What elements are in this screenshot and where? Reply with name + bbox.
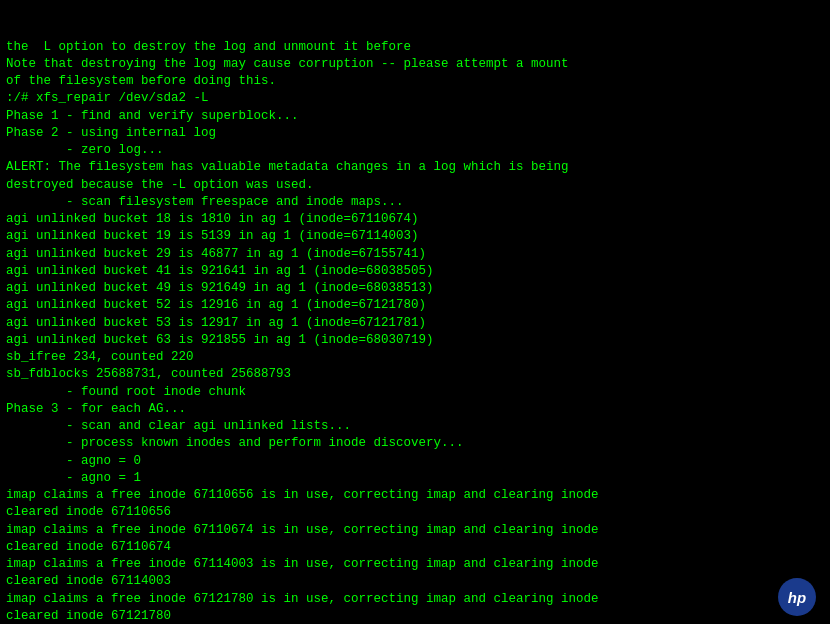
terminal-line: destroyed because the -L option was used… xyxy=(6,177,824,194)
terminal-line: the L option to destroy the log and unmo… xyxy=(6,39,824,56)
terminal-line: imap claims a free inode 67110674 is in … xyxy=(6,522,824,539)
terminal-line: imap claims a free inode 67110656 is in … xyxy=(6,487,824,504)
terminal-line: - zero log... xyxy=(6,142,824,159)
terminal-line: :/# xfs_repair /dev/sda2 -L xyxy=(6,90,824,107)
terminal-output: the L option to destroy the log and unmo… xyxy=(6,4,824,624)
terminal-line: agi unlinked bucket 41 is 921641 in ag 1… xyxy=(6,263,824,280)
terminal-line: imap claims a free inode 67114003 is in … xyxy=(6,556,824,573)
terminal-line: - process known inodes and perform inode… xyxy=(6,435,824,452)
terminal-line: cleared inode 67110656 xyxy=(6,504,824,521)
terminal-line: ALERT: The filesystem has valuable metad… xyxy=(6,159,824,176)
terminal-line: - agno = 1 xyxy=(6,470,824,487)
terminal-line: agi unlinked bucket 49 is 921649 in ag 1… xyxy=(6,280,824,297)
terminal-line: agi unlinked bucket 63 is 921855 in ag 1… xyxy=(6,332,824,349)
terminal-line: agi unlinked bucket 53 is 12917 in ag 1 … xyxy=(6,315,824,332)
terminal-line: Note that destroying the log may cause c… xyxy=(6,56,824,73)
hp-badge: hp xyxy=(778,578,816,616)
terminal-line: sb_ifree 234, counted 220 xyxy=(6,349,824,366)
terminal-line: agi unlinked bucket 19 is 5139 in ag 1 (… xyxy=(6,228,824,245)
terminal-line: sb_fdblocks 25688731, counted 25688793 xyxy=(6,366,824,383)
terminal-line: agi unlinked bucket 18 is 1810 in ag 1 (… xyxy=(6,211,824,228)
terminal-line: of the filesystem before doing this. xyxy=(6,73,824,90)
terminal-line: - found root inode chunk xyxy=(6,384,824,401)
terminal-line: imap claims a free inode 67121780 is in … xyxy=(6,591,824,608)
hp-logo: hp xyxy=(778,578,816,616)
terminal-line: - scan and clear agi unlinked lists... xyxy=(6,418,824,435)
terminal-line: - agno = 0 xyxy=(6,453,824,470)
terminal-line: cleared inode 67110674 xyxy=(6,539,824,556)
terminal-line: agi unlinked bucket 52 is 12916 in ag 1 … xyxy=(6,297,824,314)
terminal-line: cleared inode 67114003 xyxy=(6,573,824,590)
terminal-line: agi unlinked bucket 29 is 46877 in ag 1 … xyxy=(6,246,824,263)
terminal-line: Phase 1 - find and verify superblock... xyxy=(6,108,824,125)
terminal-line: cleared inode 67121780 xyxy=(6,608,824,624)
terminal-line: Phase 2 - using internal log xyxy=(6,125,824,142)
terminal-line: Phase 3 - for each AG... xyxy=(6,401,824,418)
terminal-window: the L option to destroy the log and unmo… xyxy=(0,0,830,624)
terminal-line: - scan filesystem freespace and inode ma… xyxy=(6,194,824,211)
